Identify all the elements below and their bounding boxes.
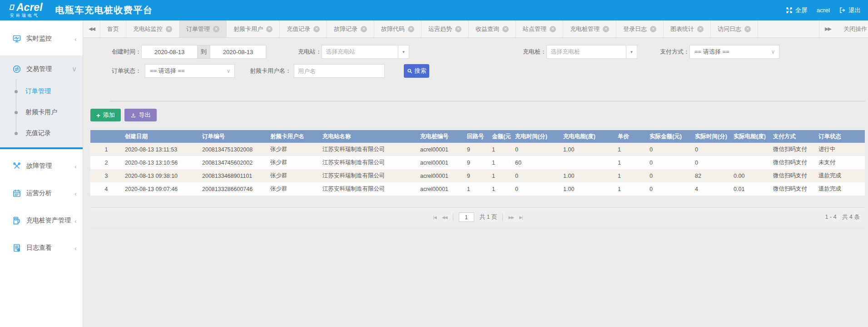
table-cell: 0 [647,156,692,169]
column-header[interactable]: 充电时间(分) [512,130,560,143]
close-tab-icon[interactable]: × [408,26,414,32]
column-header[interactable]: 订单编号 [199,130,268,143]
close-tab-icon[interactable]: × [697,26,704,32]
tab-fault-codes[interactable]: 故障代码× [374,20,422,37]
tab-fault-records[interactable]: 故障记录× [327,20,374,37]
table-cell: 9 [464,156,489,169]
panel-divider [109,101,865,101]
table-row[interactable]: 32020-08-13 09:38:102008133468901101张少群江… [90,169,865,182]
tab-chart-statistics[interactable]: 图表统计× [664,20,711,37]
plus-icon: + [96,112,100,119]
pay-type-select[interactable]: == 请选择 == ∨ [689,45,779,59]
close-tab-icon[interactable]: × [603,26,609,32]
pay-type-value: == 请选择 == [690,48,767,56]
grid-toolbar: + 添加 导出 [90,109,868,121]
sidebar-item-realtime-monitor[interactable]: 实时监控‹ [0,28,83,49]
create-time-from-input[interactable] [141,45,198,59]
prev-page-button[interactable]: ◀◀ [442,215,447,220]
add-button[interactable]: + 添加 [90,109,121,121]
column-header-rownum[interactable] [90,130,122,143]
scroll-tabs-right-button[interactable]: ▶▶ [819,20,836,37]
table-cell: 0 [647,143,692,156]
close-tab-icon[interactable]: × [361,26,367,32]
sidebar-subitem-rfid-card-users[interactable]: 射频卡用户 [0,102,83,123]
table-cell [731,156,770,169]
tab-home[interactable]: 首页 [100,20,126,37]
column-header[interactable]: 充电电能(度) [560,130,615,143]
chevron-left-icon: ‹ [74,217,77,225]
sidebar-item-fault-management[interactable]: 故障管理‹ [0,156,83,176]
sidebar-item-operation-analysis[interactable]: 运营分析‹ [0,183,83,204]
tab-visit-logs[interactable]: 访问日志× [711,20,758,37]
create-time-to-input[interactable] [210,45,266,59]
rfid-user-input[interactable] [294,64,385,78]
close-tab-icon[interactable]: × [166,26,172,32]
pager-separator [502,214,503,221]
close-operations-button[interactable]: 关闭操作 [836,20,868,37]
column-header[interactable]: 金额(元 [489,130,512,143]
column-header[interactable]: 单价 [615,130,647,143]
date-to-label: 到 [198,45,210,59]
table-row[interactable]: 22020-08-13 13:10:562008134745602002张少群江… [90,156,865,169]
tab-pile-management[interactable]: 充电桩管理× [563,20,616,37]
close-tab-icon[interactable]: × [650,26,656,32]
fullscreen-button[interactable]: 全屏 [786,6,808,15]
scroll-tabs-left-button[interactable]: ◀◀ [83,20,100,37]
page-input[interactable] [459,212,474,222]
tab-site-management[interactable]: 站点管理× [516,20,563,37]
table-row[interactable]: 12020-08-13 13:11:532008134751302008张少群江… [90,143,865,156]
sidebar-item-label: 充电桩资产管理 [26,216,71,225]
column-header[interactable]: 充电桩编号 [417,130,464,143]
tab-revenue-query[interactable]: 收益查询× [469,20,516,37]
table-cell: 2020-08-13 13:10:56 [122,156,199,169]
table-cell: 张少群 [268,143,320,156]
table-cell: 微信扫码支付 [770,169,816,182]
column-header[interactable]: 创建日期 [122,130,199,143]
sidebar-subitem-order-management[interactable]: 订单管理 [0,81,83,102]
close-tab-icon[interactable]: × [744,26,751,32]
column-header[interactable]: 回路号 [464,130,489,143]
close-tab-icon[interactable]: × [455,26,461,32]
order-status-select[interactable]: == 请选择 == ∨ [145,64,235,78]
pile-combo-dropdown-icon[interactable]: ▼ [626,45,637,58]
close-tab-icon[interactable]: × [213,26,219,32]
log-icon [12,243,21,252]
tab-order-management[interactable]: 订单管理× [179,20,227,37]
table-cell: 1 [489,156,512,169]
last-page-button[interactable]: ▶| [519,215,522,220]
table-cell: 2008134745602002 [199,156,268,169]
table-row[interactable]: 42020-08-13 09:07:462008133286600746张少群江… [90,182,865,196]
tab-operation-trend[interactable]: 运营趋势× [422,20,469,37]
tab-recharge-records[interactable]: 充值记录× [280,20,327,37]
username[interactable]: acrel [817,7,830,14]
pile-combo[interactable]: 选择充电桩 ▼ [546,45,637,59]
column-header[interactable]: 射频卡用户名 [268,130,320,143]
close-tab-icon[interactable]: × [502,26,509,32]
tab-login-logs[interactable]: 登录日志× [616,20,664,37]
column-header[interactable]: 实际时间(分) [692,130,731,143]
sidebar-item-log-view[interactable]: 日志查看‹ [0,237,83,258]
sidebar-item-pile-asset-management[interactable]: 充电桩资产管理‹ [0,210,83,231]
export-button[interactable]: 导出 [124,109,157,121]
logout-button[interactable]: 退出 [839,6,861,15]
close-tab-icon[interactable]: × [550,26,556,32]
close-tab-icon[interactable]: × [266,26,273,32]
record-range-label: 1 - 4 共 4 条 [825,213,860,221]
column-header[interactable]: 订单状态 [816,130,865,143]
column-header[interactable]: 充电站名称 [320,130,417,143]
tab-station-monitor[interactable]: 充电站监控× [126,20,179,37]
table-cell: 60 [512,156,560,169]
next-page-button[interactable]: ▶▶ [508,215,514,220]
column-header[interactable]: 支付方式 [770,130,816,143]
sidebar-subitem-recharge-records[interactable]: 充值记录 [0,123,83,144]
sidebar-item-transaction-management[interactable]: 交易管理∨ [0,58,83,80]
close-tab-icon[interactable]: × [313,26,320,32]
first-page-button[interactable]: |◀ [433,215,436,220]
row-number-cell: 4 [90,182,122,196]
column-header[interactable]: 实际电能(度) [731,130,770,143]
tab-rfid-card-users[interactable]: 射频卡用户× [227,20,280,37]
search-button[interactable]: 搜索 [404,64,429,78]
station-combo[interactable]: 选择充电站 ▼ [322,45,409,59]
station-combo-dropdown-icon[interactable]: ▼ [398,45,409,58]
column-header[interactable]: 实际金额(元) [647,130,692,143]
